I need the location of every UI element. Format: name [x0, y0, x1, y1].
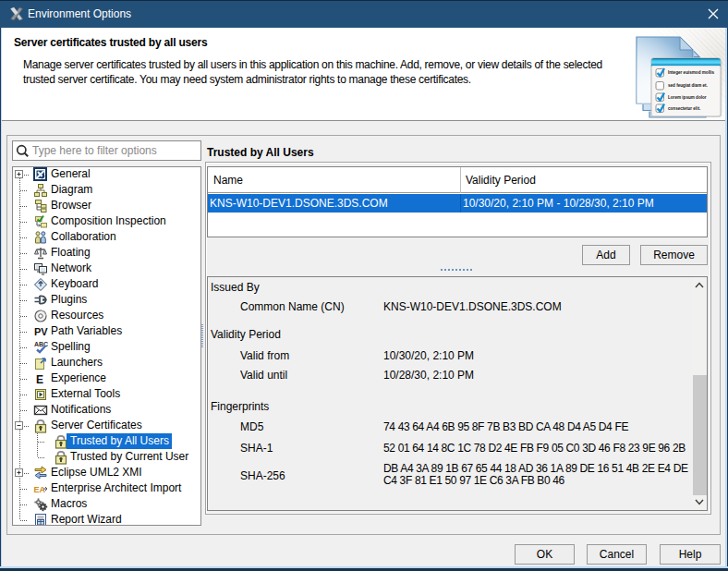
svg-text:consectetur elit.: consectetur elit. [668, 106, 700, 111]
svg-text:Integer euismod mollis: Integer euismod mollis [668, 70, 714, 75]
svg-text:sed feugiat diam et.: sed feugiat diam et. [668, 83, 708, 88]
svg-text:ABC: ABC [34, 341, 48, 347]
svg-text:PV: PV [34, 326, 48, 337]
svg-text:E: E [36, 372, 43, 385]
svg-text:Lorem ipsum dolor: Lorem ipsum dolor [668, 95, 707, 100]
